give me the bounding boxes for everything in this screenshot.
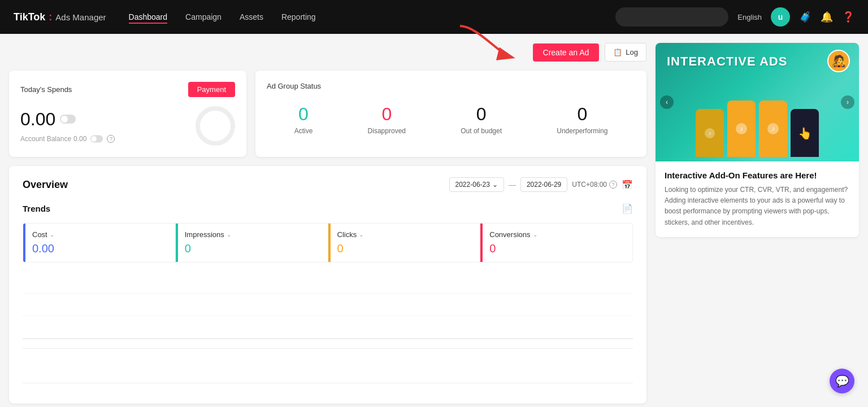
phone-mock-3: ♪ — [759, 100, 787, 157]
promo-title: Interactive Add-On Features are Here! — [665, 170, 850, 180]
promo-next-button[interactable]: › — [841, 95, 854, 109]
cost-chevron-icon: ⌄ — [50, 231, 54, 238]
ad-group-header: Ad Group Status — [267, 82, 635, 90]
chart-divider — [23, 348, 633, 349]
timezone-info-icon[interactable]: ? — [609, 181, 617, 189]
status-underperforming-value: 0 — [557, 104, 607, 125]
phone-mock-4: 👆 — [791, 109, 819, 157]
promo-banner: INTERACTIVE ADS ♪ ♪ ♪ 👆 — [656, 43, 859, 161]
metric-clicks-value: 0 — [337, 242, 471, 255]
impressions-chevron-icon: ⌄ — [227, 231, 231, 238]
chart-divider2 — [23, 383, 633, 383]
nav-link-dashboard[interactable]: Dashboard — [129, 10, 168, 24]
metric-impressions-label: Impressions ⌄ — [185, 230, 319, 239]
clicks-chevron-icon: ⌄ — [359, 231, 363, 238]
status-active-label: Active — [294, 127, 313, 135]
trends-header: Trends 📄 — [23, 203, 633, 214]
status-disapproved-value: 0 — [368, 104, 406, 125]
logo-colon: : — [49, 11, 52, 23]
status-active-value: 0 — [294, 104, 313, 125]
help-icon[interactable]: ❓ — [842, 11, 854, 23]
trends-title: Trends — [23, 204, 50, 213]
metric-conversions-label: Conversions ⌄ — [489, 230, 623, 239]
status-grid: 0 Active 0 Disapproved 0 Out of budget 0… — [267, 99, 635, 135]
nav-link-assets[interactable]: Assets — [240, 10, 263, 24]
spends-title: Today's Spends — [20, 85, 72, 94]
language-selector[interactable]: English — [737, 13, 762, 21]
trends-chart — [23, 272, 633, 339]
overview-title: Overview — [23, 179, 68, 191]
ad-group-title: Ad Group Status — [267, 82, 321, 90]
status-underperforming: 0 Underperforming — [557, 104, 607, 135]
timezone-info: UTC+08:00 ? — [572, 181, 617, 189]
spend-toggle[interactable] — [60, 115, 76, 124]
right-panel: INTERACTIVE ADS ♪ ♪ ♪ 👆 — [656, 43, 859, 404]
spends-inner: 0.00 Account Balance 0.00 ? — [20, 106, 235, 146]
nav-right: English u 🧳 🔔 ❓ — [615, 7, 854, 27]
overview-section: Overview 2022-06-23 ⌄ — 2022-06-29 UTC+0… — [9, 166, 646, 404]
date-end-picker[interactable]: 2022-06-29 — [520, 177, 567, 192]
cards-row: Today's Spends Payment 0.00 Account Bala… — [9, 71, 646, 157]
date-start-picker[interactable]: 2022-06-23 ⌄ — [449, 177, 504, 192]
promo-banner-text: INTERACTIVE ADS — [667, 54, 787, 69]
metric-conversions-value: 0 — [489, 242, 623, 255]
status-out-of-budget-value: 0 — [461, 104, 502, 125]
nav-links: Dashboard Campaign Assets Reporting — [129, 10, 316, 24]
logo-ads-manager: Ads Manager — [55, 12, 106, 22]
bell-icon[interactable]: 🔔 — [821, 11, 833, 23]
metric-impressions-value: 0 — [185, 242, 319, 255]
phone-mock-2: ♪ — [727, 100, 756, 157]
trends-export-icon[interactable]: 📄 — [622, 203, 633, 214]
chat-bubble-button[interactable]: 💬 — [830, 369, 854, 393]
metric-clicks[interactable]: Clicks ⌄ 0 — [328, 224, 481, 262]
status-active: 0 Active — [294, 104, 313, 135]
nav-link-campaign[interactable]: Campaign — [185, 10, 222, 24]
briefcase-icon[interactable]: 🧳 — [799, 11, 811, 23]
metric-cost[interactable]: Cost ⌄ 0.00 — [23, 224, 176, 262]
spend-amount: 0.00 — [20, 109, 115, 130]
phone-mock-1: ♪ — [696, 109, 724, 157]
metric-cost-label: Cost ⌄ — [32, 230, 166, 239]
trends-section: Trends 📄 Cost ⌄ 0.00 I — [23, 203, 633, 383]
status-disapproved: 0 Disapproved — [368, 104, 406, 135]
promo-desc: Looking to optimize your CTR, CVR, VTR, … — [665, 185, 850, 228]
logo-tiktok: TikTok — [14, 11, 45, 23]
promo-content: Interactive Add-On Features are Here! Lo… — [656, 161, 859, 237]
todays-spends-card: Today's Spends Payment 0.00 Account Bala… — [9, 71, 246, 157]
create-ad-button[interactable]: Create an Ad — [533, 43, 600, 62]
status-underperforming-label: Underperforming — [557, 127, 607, 135]
metric-impressions[interactable]: Impressions ⌄ 0 — [176, 224, 328, 262]
account-balance: Account Balance 0.00 ? — [20, 134, 115, 143]
nav-link-reporting[interactable]: Reporting — [281, 10, 316, 24]
spend-donut-chart — [196, 106, 235, 146]
info-icon[interactable]: ? — [107, 135, 115, 143]
promo-avatar: 🧑‍🎤 — [827, 50, 850, 72]
metric-cost-value: 0.00 — [32, 242, 166, 255]
balance-toggle[interactable] — [90, 135, 103, 142]
status-out-of-budget: 0 Out of budget — [461, 104, 502, 135]
search-input[interactable] — [615, 7, 728, 27]
promo-prev-button[interactable]: ‹ — [660, 95, 674, 109]
spends-card-header: Today's Spends Payment — [20, 82, 235, 97]
date-range: 2022-06-23 ⌄ — 2022-06-29 UTC+08:00 ? 📅 — [449, 177, 633, 192]
promo-card: INTERACTIVE ADS ♪ ♪ ♪ 👆 — [656, 43, 859, 237]
navbar: TikTok: Ads Manager Dashboard Campaign A… — [0, 0, 868, 34]
overview-header: Overview 2022-06-23 ⌄ — 2022-06-29 UTC+0… — [23, 177, 633, 192]
metric-conversions[interactable]: Conversions ⌄ 0 — [480, 224, 632, 262]
payment-button[interactable]: Payment — [188, 82, 235, 97]
conversions-chevron-icon: ⌄ — [533, 231, 537, 238]
log-icon: 📋 — [613, 48, 622, 56]
calendar-icon[interactable]: 📅 — [622, 180, 633, 190]
status-disapproved-label: Disapproved — [368, 127, 406, 135]
ad-group-status-card: Ad Group Status 0 Active 0 Disapproved 0… — [255, 71, 646, 157]
metrics-row: Cost ⌄ 0.00 Impressions ⌄ 0 — [23, 223, 633, 262]
log-button[interactable]: 📋 Log — [605, 43, 646, 62]
metric-clicks-label: Clicks ⌄ — [337, 230, 471, 239]
date-separator: — — [509, 181, 516, 189]
status-out-of-budget-label: Out of budget — [461, 127, 502, 135]
avatar[interactable]: u — [771, 7, 790, 27]
chat-icon: 💬 — [835, 374, 849, 388]
logo: TikTok: Ads Manager — [14, 11, 106, 23]
